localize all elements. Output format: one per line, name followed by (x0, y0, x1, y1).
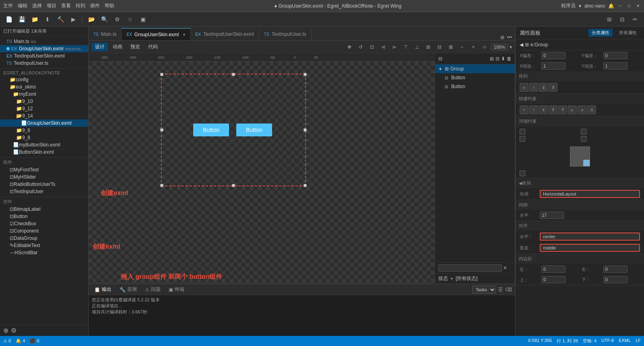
sort-section-header[interactable]: 排列 (516, 71, 644, 81)
split-editor-button[interactable]: ⊞ (500, 35, 504, 40)
distribute-v-tool[interactable]: ⊟ (435, 42, 444, 52)
open-file-textinputuser[interactable]: TS TextInputUser.ts (0, 60, 88, 67)
sort-forward-btn[interactable]: ⊺ (529, 83, 538, 92)
quick-constraint-header[interactable]: 快建约束 (516, 94, 644, 104)
layer-toolbar-btn-1[interactable]: ⊞ (490, 56, 494, 62)
qc-btn-2[interactable]: ⊺ (529, 105, 538, 114)
build-button[interactable]: 🔨 (55, 14, 66, 25)
zoom-in-tool[interactable]: + (469, 42, 478, 52)
warning-count[interactable]: 🔔 4 (16, 338, 25, 344)
search-button[interactable]: 🔍 (99, 14, 110, 25)
code-mode-button[interactable]: 代码 (145, 43, 161, 51)
tree-config[interactable]: 📁 config (0, 76, 88, 83)
more-tabs-button[interactable]: ••• (507, 35, 512, 40)
sort-front-btn[interactable]: ⊹ (520, 83, 528, 92)
move-tool[interactable]: ✥ (345, 42, 354, 52)
qc-btn-5[interactable]: ⊽ (558, 105, 567, 114)
menu-plugin[interactable]: 插件 (90, 2, 100, 9)
control-component[interactable]: ⊡ Component (0, 227, 88, 235)
control-bitmaplabel[interactable]: ⊡ BitmapLabel (0, 206, 88, 213)
open-file-main[interactable]: TS Main.ts src (0, 38, 88, 45)
grid-tool[interactable]: ⊠ (446, 42, 456, 52)
notification-bell[interactable]: 🔔 (608, 3, 614, 9)
layer-toolbar-btn-2[interactable]: ⊟ (495, 56, 500, 62)
constraint-check-5[interactable] (520, 171, 525, 176)
new-file-button[interactable]: 📄 (3, 14, 14, 25)
tree-9-10[interactable]: 📁 9_10 (0, 98, 88, 105)
animation-mode-button[interactable]: 动画 (109, 43, 126, 51)
minimize-button[interactable]: ─ (617, 3, 623, 9)
control-checkbox[interactable]: ☑ CheckBox (0, 220, 88, 227)
prop-tab-all[interactable]: 所有属性 (616, 29, 640, 37)
menu-bar[interactable]: 文件 编辑 选择 项目 查看 转到 插件 帮助 (3, 2, 114, 9)
align-section-header[interactable]: 对齐 (516, 221, 644, 231)
menu-select[interactable]: 选择 (32, 2, 42, 9)
canvas-button-1[interactable]: Button (193, 124, 229, 136)
info-count[interactable]: ⬛ 0 (30, 338, 39, 344)
handle-top-right[interactable] (303, 73, 307, 76)
padding-bottom-input[interactable] (603, 276, 627, 283)
constraint-check-1[interactable] (520, 129, 525, 134)
align-v-input[interactable] (540, 244, 640, 252)
zoom-out-tool[interactable]: − (457, 42, 467, 52)
qc-btn-3[interactable]: ⊻ (539, 105, 548, 114)
menu-file[interactable]: 文件 (3, 2, 13, 9)
control-button[interactable]: ⊡ Button (0, 213, 88, 220)
padding-top-input[interactable] (541, 276, 566, 283)
qc-btn-1[interactable]: ⊹ (520, 105, 528, 114)
tree-groupuserskin-exml[interactable]: 📃 GroupUserSkin.exml (0, 119, 88, 127)
tab-main-ts[interactable]: TS Main.ts (89, 28, 122, 40)
layer-toolbar-btn-4[interactable]: 🗑 (507, 56, 512, 62)
qc-btn-7[interactable]: ⊿ (578, 105, 586, 114)
all-states-label[interactable]: [所有状态] (456, 275, 478, 282)
layout-btn-3[interactable]: ✏ (630, 14, 641, 25)
canvas-button-2[interactable]: Button (236, 124, 272, 136)
open-file-textinputuserskin[interactable]: EX TextInputUserSkin.exml (0, 52, 88, 60)
canvas-area[interactable]: -350 -300 -250 -200 -150 -100 -50 0 50 (89, 54, 435, 284)
horizontal-gap-input[interactable] (540, 212, 564, 219)
control-editabletext[interactable]: ✎ EditableText (0, 242, 88, 249)
preview-mode-button[interactable]: 预览 (127, 43, 143, 51)
padding-right-input[interactable] (603, 266, 627, 273)
align-left-tool[interactable]: ⊲ (378, 42, 388, 52)
control-hscrollbar[interactable]: ↔ HScrollBar (0, 249, 88, 256)
x-coord-input[interactable] (541, 52, 566, 59)
prop-tab-category[interactable]: 分类属性 (588, 29, 613, 37)
tab-groupuserskin-exml[interactable]: EX GroupUserSkin.exml ● (122, 28, 190, 40)
x-scale-input[interactable] (541, 62, 566, 70)
clear-button[interactable]: ⌫ (505, 287, 512, 292)
y-scale-input[interactable] (603, 62, 627, 70)
test-tab[interactable]: 🔧 若测 (117, 285, 139, 294)
gap-section-header[interactable]: 间隙 (516, 200, 644, 210)
handle-top-mid[interactable] (232, 73, 235, 76)
zoom-level[interactable]: 100% (491, 44, 508, 50)
add-component-button[interactable]: ⊕ (3, 327, 8, 334)
fit-tool[interactable]: ⊡ (367, 42, 377, 52)
layer-toolbar-btn-3[interactable]: ⬇ (501, 56, 505, 62)
save-button[interactable]: 💾 (16, 14, 27, 25)
tree-9-6[interactable]: 📁 9_6 (0, 127, 88, 134)
tree-9-12[interactable]: 📁 9_12 (0, 105, 88, 112)
menu-edit[interactable]: 编辑 (18, 2, 27, 9)
padding-section-header[interactable]: 内边距 (516, 254, 644, 264)
tree-mybuttonskin[interactable]: 📃 myButtonSkin.exml (0, 141, 88, 148)
close-button[interactable]: ✕ (635, 3, 641, 9)
menu-view[interactable]: 查看 (61, 2, 71, 9)
handle-bot-right[interactable] (303, 184, 307, 187)
layer-search-input[interactable] (438, 264, 502, 272)
control-datagroup[interactable]: ⊡ DataGroup (0, 235, 88, 242)
role-dropdown[interactable]: ▾ (579, 3, 581, 9)
terminal-button[interactable]: ▣ (137, 14, 149, 25)
padding-left-input[interactable] (541, 266, 566, 273)
output-tab[interactable]: 📋 输出 (92, 285, 114, 294)
bookmark-button[interactable]: ☆ (124, 14, 136, 25)
status-label[interactable]: 状态 (438, 275, 448, 282)
menu-goto[interactable]: 转到 (76, 2, 85, 9)
component-myhslider[interactable]: ⊡ MyHSlider (0, 173, 88, 181)
tab-textinputuser-ts[interactable]: TS TextInputUser.ts (259, 28, 312, 40)
distribute-h-tool[interactable]: ⊞ (423, 42, 433, 52)
qc-btn-4[interactable]: ⊼ (549, 105, 557, 114)
handle-mid-left[interactable] (160, 128, 163, 132)
component-radiobuttonuserts[interactable]: ⊡ RadioButtonUserTs (0, 181, 88, 188)
download-button[interactable]: ⬇ (42, 14, 53, 25)
